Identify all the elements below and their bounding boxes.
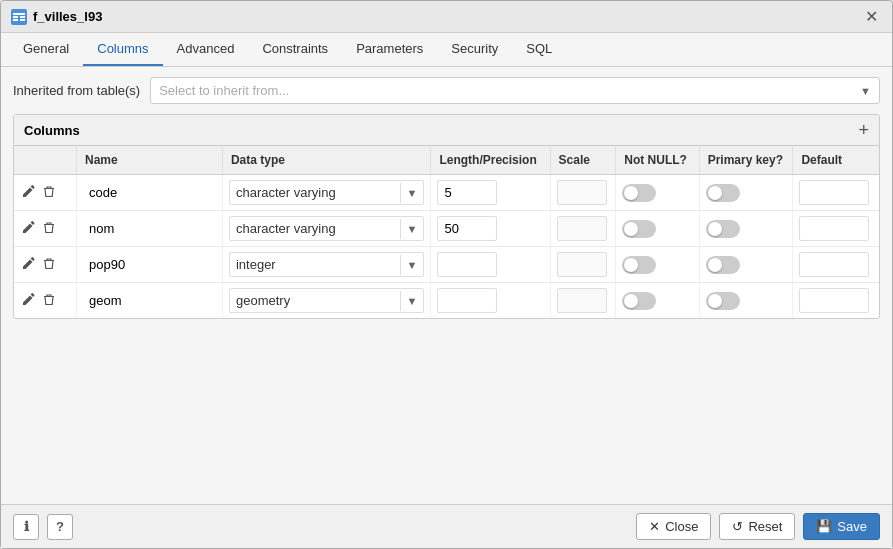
data-type-chevron-icon[interactable]: ▼ (400, 291, 424, 311)
default-input[interactable] (799, 180, 869, 205)
add-column-button[interactable]: + (858, 121, 869, 139)
tab-columns[interactable]: Columns (83, 33, 162, 66)
data-type-field[interactable]: integer ▼ (229, 252, 424, 277)
scale-input[interactable] (557, 252, 607, 277)
columns-table-container: Name Data type Length/Precision Scale No… (14, 146, 879, 318)
not-null-toggle[interactable] (622, 184, 656, 202)
edit-row-button[interactable] (20, 183, 37, 203)
tabs-bar: General Columns Advanced Constraints Par… (1, 33, 892, 67)
edit-row-button[interactable] (20, 291, 37, 311)
primary-key-toggle[interactable] (706, 292, 740, 310)
not-null-toggle[interactable] (622, 292, 656, 310)
toggle-knob (624, 294, 638, 308)
reset-label: Reset (748, 519, 782, 534)
window-close-button[interactable]: ✕ (861, 7, 882, 26)
row-actions (20, 255, 70, 275)
col-header-name: Name (77, 146, 223, 175)
table-row: code character varying ▼ (14, 175, 879, 211)
close-icon: ✕ (649, 519, 660, 534)
row-actions (20, 219, 70, 239)
save-label: Save (837, 519, 867, 534)
reset-icon: ↺ (732, 519, 743, 534)
data-type-chevron-icon[interactable]: ▼ (400, 219, 424, 239)
toggle-knob (708, 222, 722, 236)
table-icon (11, 9, 27, 25)
columns-section: Columns + Name Data type Length/Precisio… (13, 114, 880, 319)
column-name: code (83, 181, 123, 204)
primary-key-toggle[interactable] (706, 220, 740, 238)
default-input[interactable] (799, 252, 869, 277)
close-button[interactable]: ✕ Close (636, 513, 711, 540)
info-button[interactable]: ℹ (13, 514, 39, 540)
col-header-scale: Scale (550, 146, 616, 175)
delete-row-button[interactable] (41, 255, 57, 275)
data-type-value: character varying (230, 181, 400, 204)
data-type-field[interactable]: character varying ▼ (229, 216, 424, 241)
default-input[interactable] (799, 216, 869, 241)
toggle-knob (708, 186, 722, 200)
col-header-actions (14, 146, 77, 175)
toggle-knob (624, 258, 638, 272)
tab-sql[interactable]: SQL (512, 33, 566, 66)
columns-header: Columns + (14, 115, 879, 146)
col-header-default: Default (793, 146, 879, 175)
svg-rect-5 (20, 19, 25, 21)
length-input[interactable] (437, 288, 497, 313)
primary-key-toggle[interactable] (706, 184, 740, 202)
inherit-row: Inherited from table(s) Select to inheri… (13, 77, 880, 104)
col-header-data-type: Data type (222, 146, 430, 175)
tab-security[interactable]: Security (437, 33, 512, 66)
data-type-field[interactable]: character varying ▼ (229, 180, 424, 205)
data-type-value: character varying (230, 217, 400, 240)
data-type-field[interactable]: geometry ▼ (229, 288, 424, 313)
inherit-select[interactable]: Select to inherit from... ▼ (150, 77, 880, 104)
delete-row-button[interactable] (41, 219, 57, 239)
title-bar: f_villes_l93 ✕ (1, 1, 892, 33)
save-button[interactable]: 💾 Save (803, 513, 880, 540)
default-input[interactable] (799, 288, 869, 313)
edit-row-button[interactable] (20, 219, 37, 239)
tab-parameters[interactable]: Parameters (342, 33, 437, 66)
reset-button[interactable]: ↺ Reset (719, 513, 795, 540)
length-input[interactable] (437, 252, 497, 277)
footer: ℹ ? ✕ Close ↺ Reset 💾 Save (1, 504, 892, 548)
not-null-toggle[interactable] (622, 220, 656, 238)
window-title: f_villes_l93 (33, 9, 102, 24)
table-row: nom character varying ▼ (14, 211, 879, 247)
scale-input[interactable] (557, 288, 607, 313)
footer-left: ℹ ? (13, 514, 73, 540)
columns-table: Name Data type Length/Precision Scale No… (14, 146, 879, 318)
tab-advanced[interactable]: Advanced (163, 33, 249, 66)
content-area: Inherited from table(s) Select to inheri… (1, 67, 892, 504)
svg-rect-3 (20, 16, 25, 18)
col-header-not-null: Not NULL? (616, 146, 699, 175)
data-type-chevron-icon[interactable]: ▼ (400, 183, 424, 203)
table-header-row: Name Data type Length/Precision Scale No… (14, 146, 879, 175)
scale-input[interactable] (557, 180, 607, 205)
save-icon: 💾 (816, 519, 832, 534)
toggle-knob (708, 294, 722, 308)
primary-key-toggle[interactable] (706, 256, 740, 274)
data-type-value: geometry (230, 289, 400, 312)
delete-row-button[interactable] (41, 291, 57, 311)
data-type-chevron-icon[interactable]: ▼ (400, 255, 424, 275)
length-input[interactable] (437, 180, 497, 205)
delete-row-button[interactable] (41, 183, 57, 203)
tab-general[interactable]: General (9, 33, 83, 66)
svg-rect-1 (13, 13, 25, 15)
edit-row-button[interactable] (20, 255, 37, 275)
toggle-knob (624, 186, 638, 200)
col-header-length: Length/Precision (431, 146, 550, 175)
footer-right: ✕ Close ↺ Reset 💾 Save (636, 513, 880, 540)
help-button[interactable]: ? (47, 514, 73, 540)
not-null-toggle[interactable] (622, 256, 656, 274)
column-name: pop90 (83, 253, 131, 276)
scale-input[interactable] (557, 216, 607, 241)
close-label: Close (665, 519, 698, 534)
row-actions (20, 291, 70, 311)
length-input[interactable] (437, 216, 497, 241)
title-bar-left: f_villes_l93 (11, 9, 102, 25)
tab-constraints[interactable]: Constraints (248, 33, 342, 66)
column-name: geom (83, 289, 128, 312)
row-actions (20, 183, 70, 203)
